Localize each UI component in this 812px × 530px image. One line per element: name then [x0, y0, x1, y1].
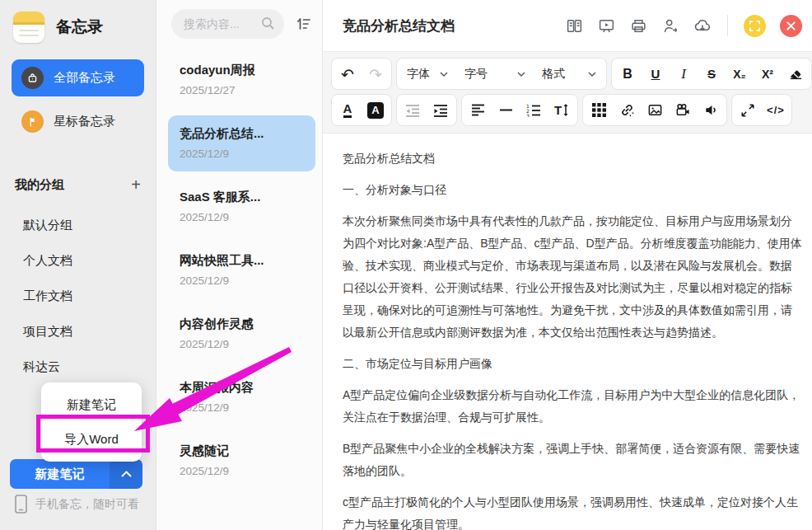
- search-box[interactable]: [171, 9, 284, 39]
- updown-arrow-icon: [562, 104, 569, 116]
- code-view-button[interactable]: </>: [763, 97, 789, 123]
- svg-text:3: 3: [526, 112, 530, 117]
- outdent-button[interactable]: [399, 97, 426, 123]
- header-divider: [727, 15, 728, 36]
- highlight-color-button[interactable]: A: [362, 97, 389, 123]
- sidebar-item-starred-memos[interactable]: 星标备忘录: [12, 103, 144, 140]
- doc-heading: 二、市场定位与目标用户画像: [343, 353, 802, 375]
- font-color-button[interactable]: A: [334, 97, 361, 123]
- search-icon: [261, 16, 275, 34]
- horizontal-rule-icon: [499, 104, 513, 116]
- speaker-icon: [703, 102, 719, 118]
- clear-format-button[interactable]: [782, 61, 809, 87]
- chevron-down-icon: [588, 72, 596, 77]
- star-flag-icon: [21, 110, 44, 133]
- insert-image-button[interactable]: [642, 97, 668, 123]
- add-group-icon[interactable]: +: [131, 176, 141, 193]
- menu-item-import-word[interactable]: 导入Word: [41, 422, 142, 457]
- undo-button[interactable]: ↶: [334, 61, 361, 87]
- presentation-icon[interactable]: [597, 16, 615, 35]
- document-title: 竞品分析总结文档: [343, 16, 455, 35]
- sidebar-item-all-memos[interactable]: 全部备忘录: [12, 59, 144, 96]
- outdent-icon: [405, 104, 420, 117]
- menu-item-new-note[interactable]: 新建笔记: [41, 387, 142, 422]
- note-list-item-selected[interactable]: 竞品分析总结... 2025/12/9: [168, 115, 315, 171]
- superscript-button[interactable]: X²: [754, 61, 781, 87]
- ordered-list-icon: 1 2 3: [526, 104, 541, 117]
- format-dropdown[interactable]: 格式: [534, 61, 604, 87]
- link-icon: [619, 102, 635, 118]
- group-list: 默认分组 个人文档 工作文档 项目文档 科达云: [0, 208, 156, 385]
- close-icon: [786, 21, 796, 30]
- align-button[interactable]: [464, 97, 491, 123]
- doc-heading: 一、分析对象与口径: [343, 179, 802, 201]
- image-icon: [647, 102, 663, 118]
- chevron-up-icon: [121, 471, 132, 477]
- doc-paragraph: c型产品主打极简化的个人与小型团队使用场景，强调易用性、快速成单，定位对接个人生…: [343, 491, 802, 530]
- line-height-button[interactable]: T: [548, 97, 575, 123]
- indent-icon: [433, 104, 448, 117]
- strikethrough-button[interactable]: S: [698, 61, 725, 87]
- close-button[interactable]: [780, 15, 802, 37]
- fullscreen-icon: [749, 21, 760, 31]
- note-list-item[interactable]: 内容创作灵感 2025/12/9: [168, 306, 315, 362]
- insert-table-button[interactable]: [586, 97, 612, 123]
- note-list-panel: codayun周报 2025/12/27 竞品分析总结... 2025/12/9…: [156, 0, 323, 530]
- new-note-popup-menu: 新建笔记 导入Word: [41, 382, 142, 462]
- note-list-item[interactable]: codayun周报 2025/12/27: [168, 52, 315, 108]
- ordered-list-button[interactable]: 1 2 3: [520, 97, 547, 123]
- sort-order-icon[interactable]: [292, 13, 314, 35]
- horizontal-rule-button[interactable]: [492, 97, 519, 123]
- mobile-hint: 手机备忘，随时可看: [15, 495, 139, 514]
- doc-paragraph: 竞品分析总结文档: [343, 148, 802, 170]
- bold-button[interactable]: B: [614, 61, 641, 87]
- group-item-work[interactable]: 工作文档: [0, 279, 156, 314]
- group-item-kedayun[interactable]: 科达云: [0, 349, 156, 385]
- expand-editor-button[interactable]: [735, 97, 761, 123]
- group-item-project[interactable]: 项目文档: [0, 314, 156, 349]
- note-list-item[interactable]: 灵感随记 2025/12/9: [168, 433, 315, 489]
- sidebar-item-label: 全部备忘录: [54, 70, 115, 86]
- italic-button[interactable]: I: [670, 61, 697, 87]
- new-note-dropdown-toggle[interactable]: [110, 459, 142, 489]
- my-groups-label: 我的分组: [15, 177, 64, 193]
- new-note-button[interactable]: 新建笔记: [10, 459, 142, 489]
- video-camera-icon: [674, 102, 691, 118]
- app-title: 备忘录: [56, 16, 103, 38]
- doc-paragraph: B型产品聚焦中小企业的全栈解决方案，强调上手快、部署简便，适合资源有限、需要快速…: [343, 438, 802, 482]
- sidebar: 备忘录 全部备忘录 星标备忘录 我的分组 +: [0, 0, 156, 530]
- font-family-dropdown[interactable]: 字体: [399, 61, 455, 87]
- redo-button[interactable]: ↷: [362, 61, 389, 87]
- outline-book-icon[interactable]: [565, 16, 583, 35]
- insert-audio-button[interactable]: [698, 97, 724, 123]
- my-groups-header: 我的分组 +: [0, 176, 156, 193]
- insert-link-button[interactable]: [614, 97, 640, 123]
- all-memos-icon: [21, 67, 44, 89]
- document-body[interactable]: 竞品分析总结文档 一、分析对象与口径 本次分析聚焦同类市场中具有代表性的几款产品…: [323, 134, 812, 530]
- underline-button[interactable]: U: [642, 61, 669, 87]
- phone-icon: [15, 495, 27, 514]
- note-list-item[interactable]: 本周汇报内容 2025/12/9: [168, 369, 315, 425]
- new-note-button-label[interactable]: 新建笔记: [10, 459, 110, 489]
- note-list-item[interactable]: 网站快照工具... 2025/12/9: [168, 242, 315, 298]
- align-left-icon: [471, 104, 485, 116]
- insert-video-button[interactable]: [670, 97, 696, 123]
- note-items: codayun周报 2025/12/27 竞品分析总结... 2025/12/9…: [156, 45, 322, 489]
- group-item-personal[interactable]: 个人文档: [0, 243, 156, 279]
- indent-button[interactable]: [427, 97, 454, 123]
- note-list-item[interactable]: SaaS 客服系... 2025/12/9: [168, 179, 315, 235]
- editor-panel: 竞品分析总结文档: [323, 0, 812, 530]
- font-size-dropdown[interactable]: 字号: [457, 61, 533, 87]
- cloud-download-icon[interactable]: [693, 16, 712, 35]
- sidebar-item-label: 星标备忘录: [54, 114, 115, 129]
- subscript-button[interactable]: X₂: [726, 61, 753, 87]
- chevron-down-icon: [440, 72, 448, 77]
- fullscreen-button[interactable]: [744, 15, 766, 37]
- share-user-icon[interactable]: [661, 16, 679, 35]
- group-item-default[interactable]: 默认分组: [0, 208, 156, 243]
- print-icon[interactable]: [629, 16, 647, 35]
- eraser-icon: [788, 66, 804, 82]
- chevron-down-icon: [517, 72, 525, 77]
- table-grid-icon: [592, 103, 606, 117]
- doc-paragraph: 本次分析聚焦同类市场中具有代表性的几款产品，按功能定位、目标用户与应用场景划分为…: [343, 210, 802, 344]
